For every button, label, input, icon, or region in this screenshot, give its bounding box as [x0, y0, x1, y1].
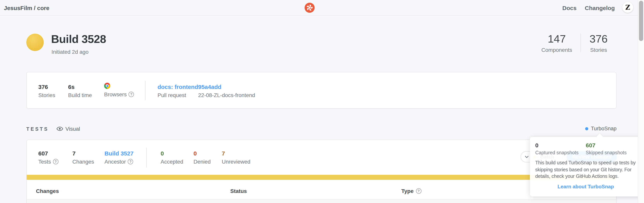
eye-icon [56, 126, 63, 131]
changes-count: 7 [72, 150, 94, 157]
pull-request-col: docs: frontend Pull request [158, 83, 198, 98]
components-stat: 147 Components [533, 33, 581, 53]
turbosnap-label: TurboSnap [591, 126, 616, 132]
tests-help-icon[interactable] [53, 159, 58, 164]
ancestor-build-link[interactable]: Build 3527 [104, 150, 134, 157]
build-summary-card: 376 Stories 6s Build time Browsers docs:… [26, 72, 616, 109]
chrome-browser-icon [104, 83, 110, 89]
captured-count: 0 [535, 142, 586, 149]
commit-col: 95a4add 22-08-ZL-docs-frontend [198, 83, 255, 98]
changes-count-label: Changes [72, 159, 94, 165]
browsers-col: Browsers [104, 83, 134, 97]
tests-count: 607 [38, 150, 58, 157]
nav-docs[interactable]: Docs [562, 5, 576, 11]
stories-label: Stories [590, 47, 608, 53]
captured-label: Captured snapshots [535, 150, 586, 156]
denied-label: Denied [194, 159, 211, 165]
chevron-down-icon [525, 155, 529, 159]
column-header-type: Type [401, 188, 421, 194]
tests-count-col: 607 Tests [38, 150, 58, 165]
tests-card: 607 Tests 7 Changes Build 3527 Ancestor … [26, 140, 616, 203]
stories-col: 376 Stories [38, 83, 55, 98]
turbosnap-badge[interactable]: TurboSnap [585, 126, 616, 132]
stories-stat: 376 Stories [581, 33, 616, 53]
page: JesusFilm / core Docs Changelog Z Build … [0, 0, 644, 203]
browsers-help-icon[interactable] [129, 92, 134, 97]
branch-label: 22-08-ZL-docs-frontend [198, 92, 255, 98]
app-header: JesusFilm / core Docs Changelog Z [0, 0, 638, 16]
stories-value: 376 [38, 83, 55, 90]
scrollbar-track[interactable] [638, 0, 644, 203]
tests-section-label: TESTS [26, 126, 49, 132]
breadcrumb[interactable]: JesusFilm / core [4, 5, 49, 11]
type-help-icon[interactable] [416, 188, 421, 194]
turbosnap-popover: 0 Captured snapshots 607 Skipped snapsho… [530, 137, 642, 197]
ancestor-help-icon[interactable] [128, 159, 133, 164]
column-header-changes: Changes [36, 188, 59, 194]
accepted-count: 0 [160, 150, 183, 157]
stories-count: 376 [590, 33, 608, 45]
popover-body-text: This build used TurboSnap to speed up te… [535, 160, 636, 180]
avatar-letter: Z [626, 3, 630, 11]
tests-count-label: Tests [38, 159, 51, 165]
chromatic-logo-icon[interactable] [304, 3, 315, 13]
page-title: Build 3528 [51, 33, 106, 46]
popover-stats: 0 Captured snapshots 607 Skipped snapsho… [535, 142, 636, 156]
accepted-col: 0 Accepted [160, 150, 183, 165]
denied-count: 0 [194, 150, 211, 157]
build-time-col: 6s Build time [68, 83, 92, 98]
skipped-snapshots-stat: 607 Skipped snapshots [586, 142, 636, 156]
build-time-value: 6s [68, 83, 92, 90]
ancestor-label: Ancestor [104, 159, 126, 165]
nav-changelog[interactable]: Changelog [585, 5, 615, 11]
tab-visual-label: Visual [66, 126, 80, 132]
table-row[interactable] [27, 199, 616, 203]
skipped-count: 607 [586, 142, 636, 149]
unreviewed-col: 7 Unreviewed [222, 150, 250, 165]
ancestor-col: Build 3527 Ancestor [104, 150, 134, 165]
avatar[interactable]: Z [622, 2, 633, 13]
pull-request-label: Pull request [158, 92, 186, 98]
column-header-status: Status [230, 188, 247, 194]
learn-about-turbosnap-link[interactable]: Learn about TurboSnap [535, 184, 636, 189]
pull-request-link[interactable]: docs: frontend [158, 83, 198, 90]
denied-col: 0 Denied [194, 150, 211, 165]
skipped-label: Skipped snapshots [586, 150, 636, 156]
commit-link[interactable]: 95a4add [198, 83, 222, 90]
changes-count-col: 7 Changes [72, 150, 94, 165]
captured-snapshots-stat: 0 Captured snapshots [535, 142, 586, 156]
turbosnap-dot-icon [585, 127, 588, 130]
components-label: Components [542, 47, 572, 53]
accepted-label: Accepted [160, 159, 183, 165]
divider [145, 81, 146, 100]
build-stats: 147 Components 376 Stories [533, 33, 616, 53]
snapshot-progress-bar [27, 175, 616, 180]
stories-col-label: Stories [38, 92, 55, 98]
unreviewed-label: Unreviewed [222, 159, 250, 165]
divider [146, 148, 147, 168]
build-time-label: Build time [68, 92, 92, 98]
scrollbar-thumb[interactable] [639, 1, 643, 41]
components-count: 147 [542, 33, 572, 45]
build-status-icon [26, 34, 44, 51]
browsers-label: Browsers [104, 91, 127, 97]
unreviewed-count: 7 [222, 150, 250, 157]
build-subtitle: Initiated 2d ago [52, 49, 89, 55]
tab-visual[interactable]: Visual [56, 126, 80, 132]
